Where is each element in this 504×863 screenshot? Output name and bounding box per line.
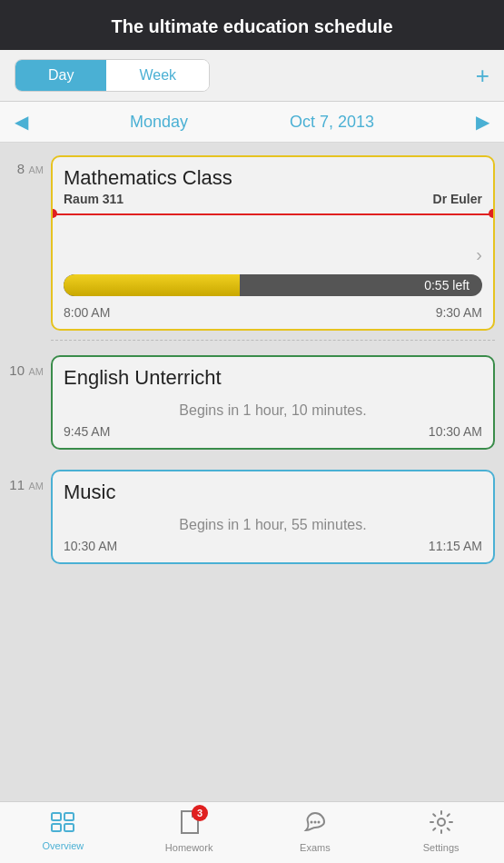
view-toggle-group: Day Week xyxy=(15,59,210,92)
schedule-area: 8 AM Mathematics Class Raum 311 Dr Euler xyxy=(0,143,504,801)
settings-icon xyxy=(430,810,453,839)
toggle-bar: Day Week + xyxy=(0,50,504,102)
svg-point-5 xyxy=(313,821,316,824)
add-event-button[interactable]: + xyxy=(476,64,489,87)
time-line xyxy=(53,213,493,215)
math-class-card[interactable]: Mathematics Class Raum 311 Dr Euler xyxy=(51,155,495,331)
music-card-header: Music xyxy=(53,471,493,508)
math-end-time: 9:30 AM xyxy=(436,305,482,320)
week-toggle-button[interactable]: Week xyxy=(106,60,209,91)
nav-homework[interactable]: 3 Homework xyxy=(153,810,225,853)
english-end-time: 10:30 AM xyxy=(429,424,482,439)
app-header: The ultimate education schedule xyxy=(0,0,504,50)
svg-rect-2 xyxy=(52,824,61,831)
time-label-11am: 11 AM xyxy=(0,464,51,570)
progress-bar: 0:55 left xyxy=(64,274,482,296)
music-time-footer: 10:30 AM 11:15 AM xyxy=(53,537,493,562)
prev-day-button[interactable]: ◀ xyxy=(15,111,28,133)
nav-settings[interactable]: Settings xyxy=(405,810,478,853)
music-card-col: Music Begins in 1 hour, 55 minutes. 10:3… xyxy=(51,464,504,570)
svg-rect-1 xyxy=(64,813,74,820)
time-dot-right xyxy=(489,209,495,218)
eleven-am-section: 11 AM Music Begins in 1 hour, 55 minutes… xyxy=(0,459,504,570)
math-subtitle-row: Raum 311 Dr Euler xyxy=(64,192,482,206)
hour-11: 11 xyxy=(9,477,25,492)
time-dot-left xyxy=(51,209,57,218)
english-card-header: English Unterricht xyxy=(53,357,493,393)
math-time-footer: 8:00 AM 9:30 AM xyxy=(53,303,493,329)
homework-badge-wrapper: 3 xyxy=(179,810,199,839)
progress-label: 0:55 left xyxy=(424,278,469,293)
english-card-col: English Unterricht Begins in 1 hour, 10 … xyxy=(51,350,504,455)
english-class-card[interactable]: English Unterricht Begins in 1 hour, 10 … xyxy=(51,355,495,450)
app-title: The ultimate education schedule xyxy=(111,16,392,36)
current-time-indicator xyxy=(53,213,493,215)
time-label-10am: 10 AM xyxy=(0,350,51,455)
music-begins-text: Begins in 1 hour, 55 minutes. xyxy=(53,508,493,537)
svg-point-6 xyxy=(317,821,320,824)
svg-point-7 xyxy=(438,818,445,826)
svg-point-4 xyxy=(310,821,312,824)
ampm-10: AM xyxy=(29,366,44,377)
math-arrow-area: › xyxy=(53,219,493,269)
math-class-title: Mathematics Class xyxy=(64,166,482,190)
homework-badge: 3 xyxy=(192,805,208,821)
hour-8: 8 xyxy=(17,161,25,176)
exams-label: Exams xyxy=(300,842,331,853)
math-teacher: Dr Euler xyxy=(433,192,482,206)
math-card-col: Mathematics Class Raum 311 Dr Euler xyxy=(51,150,504,336)
separator-1 xyxy=(51,340,495,341)
svg-rect-3 xyxy=(64,824,74,831)
main-content: Day Week + ◀ Monday Oct 7, 2013 ▶ 8 AM xyxy=(0,50,504,801)
progress-bar-fill xyxy=(64,274,240,296)
date-nav: ◀ Monday Oct 7, 2013 ▶ xyxy=(0,102,504,143)
time-label-8am: 8 AM xyxy=(0,150,51,336)
progress-bar-wrapper: 0:55 left xyxy=(53,269,493,303)
math-detail-arrow[interactable]: › xyxy=(476,244,482,265)
bottom-nav: Overview 3 Homework Exams xyxy=(0,801,504,863)
overview-icon xyxy=(51,812,74,838)
math-start-time: 8:00 AM xyxy=(64,305,110,320)
ampm-8: AM xyxy=(29,164,44,175)
settings-label: Settings xyxy=(423,842,460,853)
next-day-button[interactable]: ▶ xyxy=(476,111,489,133)
exams-icon xyxy=(303,810,327,839)
nav-exams[interactable]: Exams xyxy=(279,810,351,853)
day-toggle-button[interactable]: Day xyxy=(15,60,106,91)
english-time-footer: 9:45 AM 10:30 AM xyxy=(53,422,493,448)
current-date: Oct 7, 2013 xyxy=(290,113,374,132)
overview-label: Overview xyxy=(42,840,84,851)
english-begins-text: Begins in 1 hour, 10 minutes. xyxy=(53,393,493,422)
english-start-time: 9:45 AM xyxy=(64,424,110,439)
music-class-title: Music xyxy=(64,481,482,504)
svg-rect-0 xyxy=(52,813,61,820)
math-card-header: Mathematics Class Raum 311 Dr Euler xyxy=(53,157,493,210)
music-class-card[interactable]: Music Begins in 1 hour, 55 minutes. 10:3… xyxy=(51,470,495,564)
music-end-time: 11:15 AM xyxy=(429,539,482,553)
homework-label: Homework xyxy=(165,842,213,853)
nav-overview[interactable]: Overview xyxy=(26,812,99,851)
math-room: Raum 311 xyxy=(64,192,124,206)
ten-am-section: 10 AM English Unterricht Begins in 1 hou… xyxy=(0,344,504,455)
eight-am-section: 8 AM Mathematics Class Raum 311 Dr Euler xyxy=(0,143,504,336)
english-class-title: English Unterricht xyxy=(64,366,482,390)
current-day: Monday xyxy=(130,113,188,132)
hour-10: 10 xyxy=(9,362,25,378)
ampm-11: AM xyxy=(29,481,44,491)
music-start-time: 10:30 AM xyxy=(64,539,117,553)
